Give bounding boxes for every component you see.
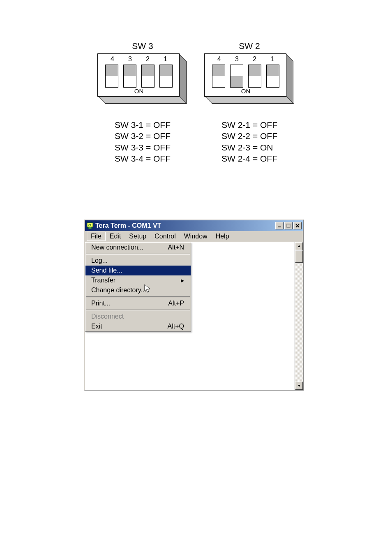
menu-item-label: Change directory... — [91, 287, 146, 294]
menu-separator — [86, 310, 190, 310]
menu-window[interactable]: Window — [180, 232, 212, 241]
dip-num: 4 — [217, 56, 221, 63]
dip-slot — [212, 65, 225, 88]
menu-item-shortcut: Alt+P — [168, 300, 184, 307]
menu-setup[interactable]: Setup — [125, 232, 150, 241]
menu-item-label: Exit — [91, 323, 102, 330]
svg-rect-4 — [287, 224, 290, 227]
dip-sw2-title: SW 2 — [239, 41, 260, 51]
dip-slot — [123, 65, 136, 88]
teraterm-window: VT Tera Term - COM1 VT File Edit Setup C… — [84, 220, 304, 391]
menu-item-shortcut: Alt+N — [168, 244, 184, 251]
minimize-button[interactable] — [275, 222, 284, 229]
dip-num: 2 — [146, 56, 150, 63]
scroll-track[interactable] — [295, 250, 303, 382]
scroll-thumb[interactable] — [295, 250, 303, 263]
dip-slot — [266, 65, 279, 88]
menu-item-label: Log... — [91, 257, 108, 264]
menu-print[interactable]: Print... Alt+P — [85, 298, 191, 308]
dip-switch-diagram: SW 3 4 3 2 1 ON SW 3-1 = OFF SW 3-2 = OF… — [0, 41, 392, 164]
dip-state-line: SW 3-3 = OFF — [115, 142, 171, 153]
menu-separator — [86, 254, 190, 254]
menu-change-directory[interactable]: Change directory... — [85, 285, 191, 295]
dip-num: 3 — [128, 56, 132, 63]
menu-help[interactable]: Help — [212, 232, 233, 241]
app-icon: VT — [86, 222, 94, 229]
dip-on-label: ON — [205, 88, 287, 95]
dip-num: 3 — [235, 56, 239, 63]
menubar: File Edit Setup Control Window Help — [85, 231, 303, 242]
dip-num: 2 — [253, 56, 256, 63]
dip-state-line: SW 3-1 = OFF — [115, 119, 171, 130]
menu-separator — [86, 296, 190, 297]
dip-sw3: SW 3 4 3 2 1 ON SW 3-1 = OFF SW 3-2 = OF… — [97, 41, 188, 164]
dip-sw2-states: SW 2-1 = OFF SW 2-2 = OFF SW 2-3 = ON SW… — [221, 119, 277, 164]
dip-state-line: SW 3-4 = OFF — [115, 153, 171, 164]
menu-item-label: Print... — [91, 300, 110, 307]
dip-num: 1 — [164, 56, 167, 63]
menu-new-connection[interactable]: New connection... Alt+N — [85, 243, 191, 252]
dip-state-line: SW 2-4 = OFF — [221, 153, 277, 164]
svg-text:VT: VT — [88, 224, 92, 227]
dip-slot — [248, 65, 261, 88]
scroll-down-button[interactable] — [295, 382, 303, 390]
dip-state-line: SW 3-2 = OFF — [115, 130, 171, 141]
submenu-arrow-icon: ▶ — [181, 278, 184, 283]
dip-slot — [141, 65, 154, 88]
vertical-scrollbar[interactable] — [295, 242, 303, 390]
dip-state-line: SW 2-3 = ON — [221, 142, 277, 153]
menu-exit[interactable]: Exit Alt+Q — [85, 321, 191, 331]
dip-slot — [159, 65, 173, 88]
menu-control[interactable]: Control — [150, 232, 180, 241]
scroll-up-button[interactable] — [295, 242, 303, 250]
dip-num: 4 — [111, 56, 114, 63]
titlebar[interactable]: VT Tera Term - COM1 VT — [85, 220, 303, 231]
menu-edit[interactable]: Edit — [106, 232, 125, 241]
menu-file[interactable]: File — [87, 232, 106, 241]
svg-rect-3 — [278, 227, 281, 227]
dip-slot — [230, 65, 243, 88]
dip-sw3-states: SW 3-1 = OFF SW 3-2 = OFF SW 3-3 = OFF S… — [115, 119, 171, 164]
dip-state-line: SW 2-2 = OFF — [221, 130, 277, 141]
dip-state-line: SW 2-1 = OFF — [221, 119, 277, 130]
file-menu-dropdown: New connection... Alt+N Log... Send file… — [85, 242, 191, 332]
dip-sw2-body: 4 3 2 1 ON — [204, 53, 295, 107]
terminal-client-area: New connection... Alt+N Log... Send file… — [85, 242, 303, 390]
menu-item-shortcut: Alt+Q — [168, 323, 184, 330]
maximize-button[interactable] — [284, 222, 293, 229]
menu-send-file[interactable]: Send file... — [85, 266, 191, 275]
menu-item-label: Disconnect — [91, 313, 124, 320]
svg-rect-2 — [88, 227, 92, 229]
window-title: Tera Term - COM1 VT — [95, 222, 275, 229]
menu-item-label: Transfer — [91, 277, 115, 284]
menu-transfer[interactable]: Transfer ▶ — [85, 275, 191, 285]
menu-item-label: New connection... — [91, 244, 143, 251]
dip-sw3-body: 4 3 2 1 ON — [97, 53, 188, 107]
menu-disconnect[interactable]: Disconnect — [85, 312, 191, 321]
close-button[interactable] — [293, 222, 302, 229]
menu-log[interactable]: Log... — [85, 256, 191, 266]
dip-num: 1 — [270, 56, 274, 63]
dip-on-label: ON — [98, 88, 180, 95]
dip-slot — [105, 65, 118, 88]
menu-item-label: Send file... — [91, 267, 122, 274]
dip-sw2: SW 2 4 3 2 1 ON SW 2-1 = OFF SW 2-2 = OF… — [204, 41, 295, 164]
dip-sw3-title: SW 3 — [132, 41, 153, 51]
